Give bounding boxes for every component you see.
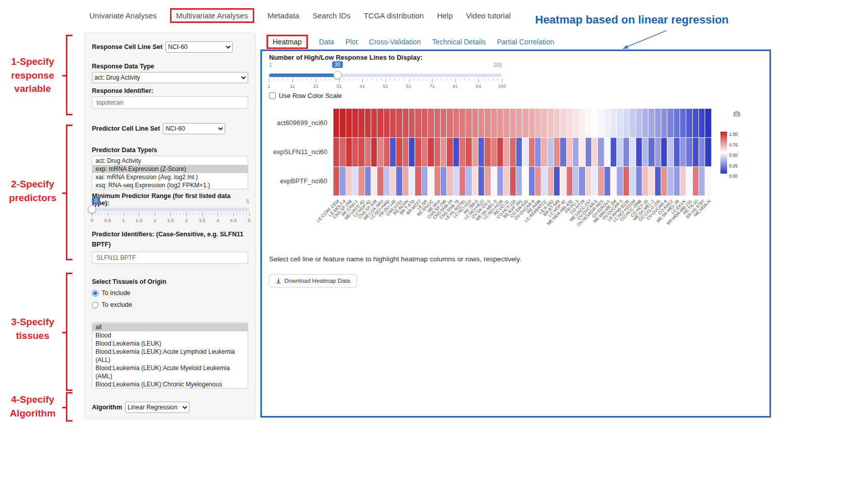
heatmap-cell[interactable] bbox=[396, 138, 402, 166]
heatmap-cell[interactable] bbox=[340, 167, 345, 196]
heatmap-cell[interactable] bbox=[390, 167, 396, 196]
min-range-track[interactable] bbox=[92, 208, 249, 211]
heatmap-cell[interactable] bbox=[605, 167, 610, 196]
heatmap-cell[interactable] bbox=[548, 138, 553, 166]
heatmap-cell[interactable] bbox=[516, 167, 522, 196]
heatmap-cell[interactable] bbox=[680, 138, 686, 166]
heatmap-cell[interactable] bbox=[447, 109, 452, 137]
heatmap-cell[interactable] bbox=[390, 138, 396, 166]
predictor-data-type-option-act-drug-activity[interactable]: act: Drug Activity bbox=[92, 157, 248, 165]
heatmap-cell[interactable] bbox=[491, 167, 497, 196]
heatmap-cell[interactable] bbox=[365, 109, 371, 137]
heatmap-cell[interactable] bbox=[485, 167, 490, 196]
heatmap-cell[interactable] bbox=[573, 138, 578, 166]
nav-item-help[interactable]: Help bbox=[437, 11, 453, 20]
heatmap-cell[interactable] bbox=[655, 167, 661, 196]
min-range-handle[interactable] bbox=[88, 205, 96, 213]
heatmap-cell[interactable] bbox=[460, 109, 465, 137]
heatmap-cell[interactable] bbox=[503, 138, 509, 166]
heatmap-cell[interactable] bbox=[674, 167, 680, 196]
heatmap-cell[interactable] bbox=[642, 109, 648, 137]
heatmap-cell[interactable] bbox=[453, 138, 459, 166]
heatmap-cell[interactable] bbox=[617, 167, 622, 196]
heatmap-cell[interactable] bbox=[686, 109, 692, 137]
tab-plot[interactable]: Plot bbox=[345, 38, 357, 46]
heatmap-cell[interactable] bbox=[435, 109, 440, 137]
heatmap-cell[interactable] bbox=[390, 109, 396, 137]
heatmap-cell[interactable] bbox=[605, 138, 610, 166]
heatmap-cell[interactable] bbox=[510, 167, 516, 196]
heatmap-cell[interactable] bbox=[667, 109, 673, 137]
heatmap-cell[interactable] bbox=[573, 109, 578, 137]
heatmap-cell[interactable] bbox=[592, 109, 597, 137]
heatmap-cell[interactable] bbox=[485, 138, 490, 166]
heatmap-cell[interactable] bbox=[535, 167, 541, 196]
heatmap-cell[interactable] bbox=[693, 167, 698, 196]
heatmap-cell[interactable] bbox=[674, 138, 680, 166]
download-heatmap-button[interactable]: Download Heatmap Data bbox=[269, 274, 357, 287]
heatmap-cell[interactable] bbox=[333, 138, 339, 166]
heatmap-cell[interactable] bbox=[441, 109, 446, 137]
heatmap-cell[interactable] bbox=[567, 138, 572, 166]
heatmap-row-label[interactable]: expBPTF_nci60 bbox=[262, 177, 327, 185]
tissue-include-radio[interactable] bbox=[92, 290, 99, 297]
heatmap-cell[interactable] bbox=[648, 167, 654, 196]
heatmap-cell[interactable] bbox=[560, 167, 566, 196]
heatmap-cell[interactable] bbox=[648, 109, 654, 137]
heatmap-cell[interactable] bbox=[472, 167, 478, 196]
heatmap-cell[interactable] bbox=[667, 167, 673, 196]
heatmap-cell[interactable] bbox=[516, 138, 522, 166]
heatmap-cell[interactable] bbox=[466, 109, 471, 137]
heatmap-cell[interactable] bbox=[617, 109, 622, 137]
heatmap-cell[interactable] bbox=[497, 138, 503, 166]
heatmap-cell[interactable] bbox=[611, 109, 616, 137]
heatmap-cell[interactable] bbox=[441, 167, 446, 196]
heatmap-cell[interactable] bbox=[623, 167, 629, 196]
heatmap-cell[interactable] bbox=[592, 138, 597, 166]
predictor-cell-line-set-select[interactable]: NCI-60 bbox=[163, 123, 225, 134]
heatmap-cell[interactable] bbox=[435, 167, 440, 196]
heatmap-cell[interactable] bbox=[598, 138, 604, 166]
heatmap-cell[interactable] bbox=[396, 167, 402, 196]
heatmap-cell[interactable] bbox=[598, 167, 604, 196]
nav-item-tcga-distribution[interactable]: TCGA distribution bbox=[364, 11, 424, 20]
heatmap-cell[interactable] bbox=[541, 138, 547, 166]
heatmap-cell[interactable] bbox=[491, 138, 497, 166]
heatmap-cell[interactable] bbox=[554, 167, 560, 196]
heatmap-cell[interactable] bbox=[579, 138, 585, 166]
heatmap-cell[interactable] bbox=[503, 109, 509, 137]
heatmap-cell[interactable] bbox=[409, 109, 415, 137]
nav-item-univariate-analyses[interactable]: Univariate Analyses bbox=[89, 11, 157, 20]
heatmap-cell[interactable] bbox=[693, 109, 698, 137]
heatmap-cell[interactable] bbox=[384, 109, 390, 137]
heatmap-cell[interactable] bbox=[705, 167, 711, 196]
heatmap-cell[interactable] bbox=[497, 109, 503, 137]
lines-slider[interactable]: 1 100 30 1112131415161718191100 bbox=[269, 61, 502, 92]
heatmap-row-label[interactable]: expSLFN11_nci60 bbox=[262, 148, 327, 156]
heatmap-cell[interactable] bbox=[661, 138, 667, 166]
heatmap-cell[interactable] bbox=[529, 109, 535, 137]
response-data-type-select[interactable]: act: Drug Activity bbox=[92, 72, 248, 83]
heatmap-cell[interactable] bbox=[535, 138, 541, 166]
heatmap-cell[interactable] bbox=[497, 167, 503, 196]
heatmap-cell[interactable] bbox=[478, 109, 484, 137]
heatmap-cell[interactable] bbox=[377, 109, 383, 137]
heatmap-cell[interactable] bbox=[699, 138, 705, 166]
heatmap-cell[interactable] bbox=[358, 167, 364, 196]
heatmap-cell[interactable] bbox=[371, 109, 377, 137]
heatmap-cell[interactable] bbox=[605, 109, 610, 137]
heatmap-cell[interactable] bbox=[611, 138, 616, 166]
predictor-data-type-option-xai-mrna-expression-avg-log2-int[interactable]: xai: mRNA Expression (Avg. log2 Int.) bbox=[92, 173, 248, 181]
heatmap-cell[interactable] bbox=[560, 109, 566, 137]
heatmap-cell[interactable] bbox=[340, 138, 345, 166]
heatmap-cell[interactable] bbox=[447, 167, 452, 196]
heatmap-cell[interactable] bbox=[435, 138, 440, 166]
heatmap-cell[interactable] bbox=[636, 167, 642, 196]
heatmap-cell[interactable] bbox=[522, 138, 528, 166]
heatmap-cell[interactable] bbox=[586, 109, 591, 137]
heatmap-cell[interactable] bbox=[377, 167, 383, 196]
heatmap-cell[interactable] bbox=[510, 109, 516, 137]
heatmap-cell[interactable] bbox=[346, 109, 352, 137]
heatmap-cell[interactable] bbox=[472, 109, 478, 137]
heatmap-cell[interactable] bbox=[686, 138, 692, 166]
